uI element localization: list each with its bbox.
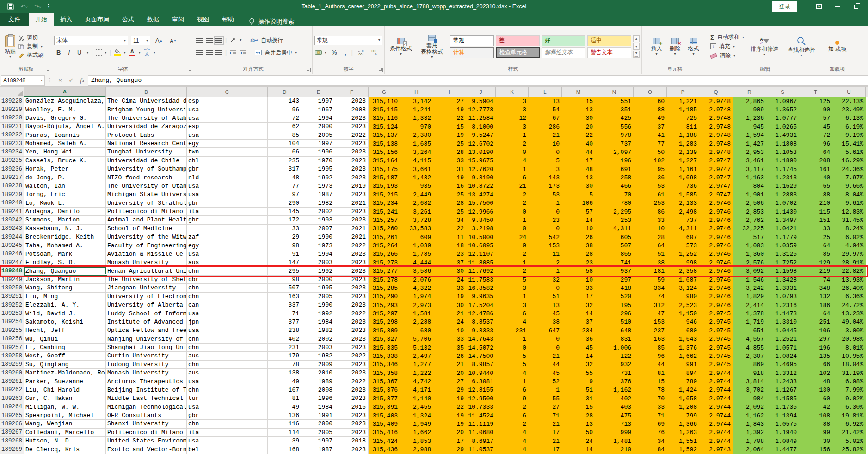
cell-A189247[interactable]: Findlay, S. D. <box>24 258 106 267</box>
row-header-189268[interactable]: 189268 <box>0 437 24 445</box>
cell-J189235[interactable]: 15.9675 <box>466 157 496 165</box>
cell-F189237[interactable]: 2023 <box>335 173 369 182</box>
cell-Q189266[interactable]: 2.9744 <box>699 420 733 428</box>
cell-Q189263[interactable]: 2.9744 <box>699 394 733 403</box>
cell-E189236[interactable]: 1995 <box>302 165 335 173</box>
cell-N189246[interactable]: 865 <box>595 250 634 258</box>
cell-H189261[interactable]: 4,742 <box>400 377 433 386</box>
cell-Q189250[interactable]: 2.9746 <box>699 284 733 292</box>
cell-S189237[interactable]: 1.2313 <box>766 173 799 182</box>
cell-R189231[interactable]: 945 <box>733 123 766 131</box>
cell-T189267[interactable]: 99 <box>799 429 832 437</box>
cell-Q189264[interactable]: 2.9744 <box>699 403 733 411</box>
cell-I189261[interactable]: 27 <box>433 377 466 386</box>
cell-J189247[interactable]: 11.8085 <box>466 258 496 267</box>
cell-S189253[interactable]: 1.1473 <box>766 309 799 318</box>
cell-C189236[interactable]: gbr <box>187 165 268 173</box>
cell-U189241[interactable]: 12.83% <box>832 208 866 216</box>
cell-P189239[interactable]: 1,585 <box>667 190 699 199</box>
cell-S189232[interactable]: 1.4931 <box>766 131 799 140</box>
cell-C189257[interactable]: chn <box>187 344 268 352</box>
cell-N189257[interactable]: 1,006 <box>595 344 634 352</box>
row-header-189250[interactable]: 189250 <box>0 284 24 292</box>
cell-R189233[interactable]: 1,427 <box>733 140 766 148</box>
cell-G189239[interactable]: 315,215 <box>369 190 400 199</box>
cell-I189230[interactable]: 22 <box>433 114 466 123</box>
cell-M189238[interactable]: 30 <box>562 182 595 190</box>
cell-T189247[interactable]: 129 <box>799 258 832 267</box>
cell-Q189258[interactable]: 2.9745 <box>699 352 733 360</box>
cell-E189239[interactable]: 1987 <box>302 190 335 199</box>
cell-C189265[interactable]: gbr <box>187 411 268 420</box>
cell-F189229[interactable]: 2008 <box>335 105 369 114</box>
cell-Q189244[interactable]: 2.9746 <box>699 233 733 241</box>
cell-R189254[interactable]: 1,719 <box>733 318 766 326</box>
cell-J189252[interactable]: 17.5204 <box>466 301 496 309</box>
column-header-N[interactable]: N <box>595 87 634 97</box>
cell-G189245[interactable]: 315,264 <box>369 241 400 250</box>
cell-P189251[interactable]: 980 <box>667 293 699 301</box>
cell-O189269[interactable]: 84 <box>634 445 667 454</box>
orientation-caret-icon[interactable]: ▾ <box>240 39 241 42</box>
underline-caret-icon[interactable]: ▾ <box>86 51 88 54</box>
cell-C189261[interactable]: usa <box>187 377 268 386</box>
addins-button[interactable]: 加 载项 <box>825 39 850 54</box>
cell-A189260[interactable]: Martinez-Maldonado, Ro <box>24 369 106 377</box>
cell-G189236[interactable]: 315,175 <box>369 165 400 173</box>
cell-G189255[interactable]: 315,309 <box>369 326 400 335</box>
cell-P189255[interactable]: 680 <box>667 326 699 335</box>
cell-L189266[interactable]: 21 <box>529 420 562 428</box>
cell-K189250[interactable]: 3 <box>496 284 529 292</box>
cell-C189237[interactable]: nld <box>187 173 268 182</box>
cell-Q189269[interactable]: 2.9743 <box>699 445 733 454</box>
cell-M189252[interactable]: 32 <box>562 301 595 309</box>
cell-I189260[interactable]: 20 <box>433 369 466 377</box>
cell-M189256[interactable]: 36 <box>562 335 595 344</box>
row-header-189257[interactable]: 189257 <box>0 344 24 352</box>
cell-M189263[interactable]: 31 <box>562 394 595 403</box>
cell-S189267[interactable]: 1.1940 <box>766 429 799 437</box>
copy-button[interactable]: 复制 ▾ <box>18 43 43 50</box>
cell-G189228[interactable]: 315,110 <box>369 97 400 105</box>
customize-qat-icon[interactable]: ▾ <box>48 4 49 9</box>
cell-B189239[interactable]: Michigan State Univers <box>106 190 187 199</box>
cell-E189254[interactable]: 1984 <box>302 318 335 326</box>
cell-F189246[interactable]: 2023 <box>335 250 369 258</box>
cell-Q189268[interactable]: 2.9744 <box>699 437 733 445</box>
cell-A189263[interactable]: Gur, C. Hakan <box>24 394 106 403</box>
cell-C189230[interactable]: usa <box>187 114 268 123</box>
cell-N189254[interactable]: 510 <box>595 318 634 326</box>
italic-button[interactable]: I <box>66 49 72 56</box>
cell-Q189230[interactable]: 2.9748 <box>699 114 733 123</box>
cell-N189230[interactable]: 425 <box>595 114 634 123</box>
cell-R189238[interactable]: 804 <box>733 182 766 190</box>
cell-I189256[interactable]: 33 <box>433 335 466 344</box>
cell-O189247[interactable]: 38 <box>634 258 667 267</box>
row-header-189228[interactable]: 189228 <box>0 97 24 105</box>
cell-N189242[interactable]: 253 <box>595 216 634 224</box>
cell-A189265[interactable]: Spearpoint, Michael <box>24 411 106 420</box>
cell-P189265[interactable]: 799 <box>667 411 699 420</box>
cell-M189260[interactable]: 55 <box>562 369 595 377</box>
cell-L189254[interactable]: 38 <box>529 318 562 326</box>
cell-L189247[interactable]: 2 <box>529 258 562 267</box>
cell-R189263[interactable]: 984 <box>733 394 766 403</box>
cell-T189242[interactable]: 151 <box>799 216 832 224</box>
cell-K189257[interactable]: 0 <box>496 344 529 352</box>
cell-F189245[interactable]: 2022 <box>335 241 369 250</box>
cell-L189251[interactable]: 51 <box>529 293 562 301</box>
cell-Q189249[interactable]: 2.9746 <box>699 276 733 284</box>
cell-J189237[interactable]: 9.3190 <box>466 173 496 182</box>
cell-P189254[interactable]: 946 <box>667 318 699 326</box>
cell-H189253[interactable]: 1,581 <box>400 309 433 318</box>
cell-G189257[interactable]: 315,335 <box>369 344 400 352</box>
cell-U189247[interactable]: 28.91% <box>832 258 866 267</box>
cell-O189240[interactable]: 253 <box>634 199 667 208</box>
tab-7[interactable]: 视图 <box>191 13 215 26</box>
cell-P189261[interactable]: 789 <box>667 377 699 386</box>
cell-H189252[interactable]: 2,973 <box>400 301 433 309</box>
cell-L189246[interactable]: 11 <box>529 250 562 258</box>
cell-style-bad[interactable]: 差 <box>496 35 540 46</box>
cell-C189256[interactable]: chn <box>187 335 268 344</box>
cell-I189255[interactable]: 10 <box>433 326 466 335</box>
